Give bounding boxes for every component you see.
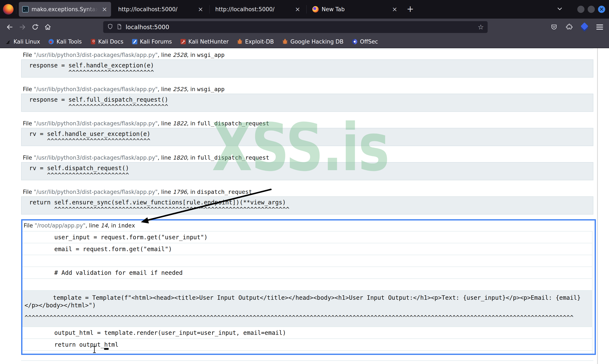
file-path: "/usr/lib/python3/dist-packages/flask/ap…	[34, 120, 158, 127]
bookmark-label: OffSec	[360, 39, 378, 45]
file-path: "/root/app/app.py"	[35, 222, 85, 229]
exploit-db-bug-icon	[237, 39, 243, 45]
caret-line: ^^^^^^^^^^^^^^^^^^^^^^^^^^^^^	[29, 137, 593, 144]
tab-separator	[306, 5, 307, 13]
tab-title: http://localhost:5000/	[215, 6, 293, 13]
back-button[interactable]	[3, 21, 16, 33]
traceback-code-block[interactable]: rv = self.handle_user_exception(e) ^^^^^…	[21, 128, 593, 146]
caret-line: ^^^^^^^^^^^^^^^^^^^^^^^^	[29, 69, 593, 76]
bookmark-label: Kali Forums	[140, 39, 172, 45]
function-name: index	[118, 222, 135, 229]
bookmark-label: Kali Docs	[98, 39, 123, 45]
source-line-blank	[22, 350, 592, 354]
close-window-button[interactable]: ×	[598, 6, 605, 13]
bookmark-kali-tools[interactable]: Kali Tools	[48, 39, 82, 45]
tab-localhost-1[interactable]: http://localhost:5000/ ×	[115, 2, 207, 17]
file-path: "/usr/lib/python3/dist-packages/flask/ap…	[34, 52, 158, 58]
file-path: "/usr/lib/python3/dist-packages/flask/ap…	[34, 155, 158, 161]
minimize-button[interactable]	[577, 6, 584, 13]
maximize-button[interactable]	[588, 6, 595, 13]
line-label: , line	[158, 189, 173, 195]
file-label: File	[23, 52, 34, 58]
source-line[interactable]: output_html = template.render(user_input…	[22, 326, 592, 338]
page-info-icon[interactable]	[116, 24, 122, 30]
in-label: , in	[187, 155, 197, 161]
url-text[interactable]: localhost:5000	[126, 24, 478, 31]
error-source-line[interactable]: template = Template(f"<html><head><title…	[22, 290, 592, 326]
code-line: rv = self.dispatch_request()	[29, 165, 593, 172]
traceback-frame-header: File "/usr/lib/python3/dist-packages/fla…	[21, 86, 609, 93]
bookmark-star-icon[interactable]: ☆	[478, 23, 484, 31]
caret-line: ^^^^^^^^^^^^^^^^^^^^^^^^^^^^	[29, 103, 593, 110]
firefox-favicon-icon	[312, 6, 319, 13]
scrollbar-track[interactable]	[597, 48, 598, 364]
in-label: , in	[187, 120, 197, 127]
traceback-code-block[interactable]: return self.ensure_sync(self.view_functi…	[21, 196, 593, 215]
source-line[interactable]: user_input = request.form.get("user_inpu…	[22, 231, 592, 243]
line-number: 14	[101, 222, 108, 229]
function-name: wsgi_app	[197, 52, 225, 58]
source-line[interactable]: # Add validation for email if needed	[22, 267, 592, 278]
bookmark-kali-linux[interactable]: Kali Linux	[5, 39, 40, 45]
code-line: response = self.full_dispatch_request()	[29, 96, 593, 103]
bookmark-exploit-db[interactable]: Exploit-DB	[237, 39, 274, 45]
pocket-icon[interactable]	[548, 21, 560, 33]
terminal-favicon-icon: ›_	[22, 6, 28, 13]
tab-close-icon[interactable]: ×	[102, 6, 107, 13]
list-all-tabs-chevron-icon[interactable]	[556, 5, 563, 13]
extensions-puzzle-icon[interactable]	[563, 21, 575, 33]
tab-title: http://localhost:5000/	[118, 6, 196, 13]
code-line: response = self.handle_exception(e)	[29, 62, 593, 69]
traceback-frame-header: File "/usr/lib/python3/dist-packages/fla…	[21, 120, 609, 127]
code-line: template = Template(f"<html><head><title…	[25, 294, 592, 302]
kali-dragon-icon	[5, 39, 12, 45]
bookmark-kali-docs[interactable]: Kali Docs	[90, 39, 123, 45]
bookmark-offsec[interactable]: OffSec	[351, 39, 378, 45]
bookmark-kali-nethunter[interactable]: Kali NetHunter	[180, 39, 229, 45]
menu-hamburger-icon[interactable]	[594, 21, 606, 33]
traceback-code-block[interactable]: response = self.full_dispatch_request() …	[21, 94, 593, 112]
firefox-logo-icon[interactable]	[3, 4, 13, 14]
tab-traceback[interactable]: ›_ mako.exceptions.SyntaxE ×	[19, 2, 111, 17]
function-name: dispatch_request	[197, 189, 252, 195]
source-line-blank[interactable]	[22, 278, 592, 290]
tab-close-icon[interactable]: ×	[198, 6, 203, 13]
url-bar[interactable]: localhost:5000 ☆	[103, 21, 488, 33]
highlighted-frame-box[interactable]: File "/root/app/app.py", line 14, in ind…	[21, 219, 596, 355]
source-line[interactable]: return output_html	[22, 338, 592, 350]
tab-title: mako.exceptions.SyntaxE	[31, 6, 100, 13]
blue-extension-icon[interactable]	[579, 21, 590, 33]
in-label: , in	[187, 52, 197, 58]
code-line-wrap: </p></body></html>")	[25, 302, 592, 309]
tab-close-icon[interactable]: ×	[392, 6, 397, 13]
new-tab-button[interactable]: +	[405, 4, 415, 14]
tab-close-icon[interactable]: ×	[295, 6, 300, 13]
line-label: , line	[158, 155, 173, 161]
source-line-blank[interactable]	[22, 255, 592, 267]
browser-window: ›_ mako.exceptions.SyntaxE × http://loca…	[0, 0, 609, 364]
tab-new-tab[interactable]: New Tab ×	[309, 2, 401, 17]
bookmark-google-hacking-db[interactable]: Google Hacking DB	[282, 39, 344, 45]
ghdb-bug-icon	[282, 39, 288, 45]
bookmark-label: Google Hacking DB	[290, 39, 344, 45]
traceback-code-block[interactable]: response = self.handle_exception(e) ^^^^…	[21, 59, 593, 78]
window-controls: ×	[577, 6, 609, 13]
in-label: , in	[187, 189, 197, 195]
tracking-protection-shield-icon[interactable]	[107, 24, 113, 31]
tab-localhost-2[interactable]: http://localhost:5000/ ×	[212, 2, 304, 17]
traceback-code-block[interactable]: rv = self.dispatch_request() ^^^^^^^^^^^…	[21, 162, 593, 180]
home-button[interactable]	[41, 21, 54, 33]
kali-tools-icon	[48, 39, 54, 45]
line-number: 2528	[173, 52, 187, 58]
bookmark-kali-forums[interactable]: Kali Forums	[132, 39, 172, 45]
reload-button[interactable]	[29, 21, 41, 33]
in-label: , in	[187, 86, 197, 92]
line-number: 1796	[173, 189, 187, 195]
toolbar-actions	[548, 21, 606, 33]
line-label: , line	[158, 52, 173, 58]
source-line[interactable]: email = request.form.get("email")	[22, 243, 592, 255]
kali-nethunter-icon	[180, 39, 186, 45]
forward-button[interactable]	[16, 21, 29, 33]
tab-separator	[16, 5, 16, 14]
in-label: , in	[108, 222, 118, 229]
